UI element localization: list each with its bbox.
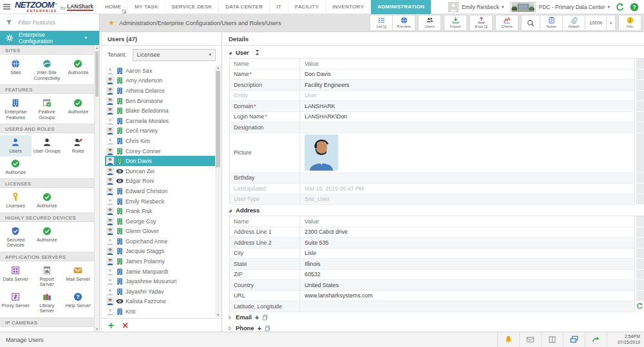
enterprise-configuration-header[interactable]: Enterprise Configuration ▾ xyxy=(0,31,99,45)
user-list-scrollbar[interactable]: ▲ ▼ xyxy=(215,65,221,317)
current-user-name[interactable]: Emily Riesbeck xyxy=(462,4,499,10)
user-row-kriti[interactable]: Kriti xyxy=(105,306,215,317)
field-value[interactable]: Suite 535 xyxy=(300,238,635,249)
user-row-ben-bronstone[interactable]: Ben Bronstone xyxy=(105,96,215,106)
delete-user-button[interactable] xyxy=(122,322,129,329)
field-value[interactable]: Don Davis xyxy=(300,70,635,80)
field-value[interactable]: 60532 xyxy=(300,270,635,281)
user-row-jamie-marquardt[interactable]: Jamie Marquardt xyxy=(105,267,215,277)
notes-button[interactable]: Notes xyxy=(540,15,563,31)
user-row-cecil-harvey[interactable]: Cecil Harvey xyxy=(105,126,215,136)
scroll-up-icon[interactable]: ▲ xyxy=(95,45,99,50)
user-row-edgar-roni[interactable]: Edgar Roni xyxy=(105,176,215,187)
section-header-address[interactable]: Address xyxy=(223,205,644,216)
sidebar-item-proxy-server[interactable]: Proxy Server xyxy=(0,290,32,316)
copy-icon[interactable] xyxy=(265,325,270,332)
charts-button[interactable]: Charts xyxy=(495,15,518,31)
collapse-all-icon[interactable] xyxy=(254,50,260,55)
user-row-gopichand-anne[interactable]: Gopichand Anne xyxy=(105,236,215,247)
tab-facility[interactable]: FACILITY xyxy=(289,0,326,14)
search-button[interactable] xyxy=(521,15,540,31)
user-row-jacquie-staggs[interactable]: Jacquie Staggs xyxy=(105,247,215,257)
user-row-james-polarmy[interactable]: James Polarmy xyxy=(105,256,215,267)
field-value[interactable]: United States xyxy=(300,280,635,291)
zoom-level-button[interactable]: 100% xyxy=(585,15,607,31)
sidebar-item-authorize[interactable]: Authorize xyxy=(62,96,94,122)
user-menu-caret-icon[interactable]: ▾ xyxy=(502,5,504,10)
tab-home[interactable]: HOME xyxy=(99,0,128,14)
field-value[interactable] xyxy=(300,301,635,312)
field-value[interactable]: Lisle xyxy=(300,249,635,259)
sidebar-item-library-server[interactable]: Library Server xyxy=(32,290,63,316)
import-button[interactable]: Import xyxy=(444,15,467,31)
tenant-select[interactable]: Licensee ▾ xyxy=(133,49,216,61)
attach-button[interactable]: Attach xyxy=(562,15,585,31)
users-button[interactable]: Users xyxy=(418,15,441,31)
user-row-chris-kim[interactable]: Chris Kim xyxy=(105,136,215,146)
sidebar-item-secured-devices[interactable]: Secured Devices xyxy=(0,224,32,250)
sync-icon[interactable] xyxy=(616,3,625,12)
sidebar-item-authorize[interactable]: Authorize xyxy=(0,156,32,178)
tab-my-task[interactable]: MY TASK xyxy=(128,0,165,14)
tab-it[interactable]: IT xyxy=(270,0,289,14)
list-button[interactable]: List xyxy=(370,15,393,31)
datacenter-thumbnail[interactable] xyxy=(510,2,536,12)
datacenter-caret-icon[interactable]: ▾ xyxy=(607,5,610,10)
field-value[interactable]: LANSHARK xyxy=(300,101,635,112)
user-row-aaron-sax[interactable]: Aaron Sax xyxy=(105,66,215,76)
field-value[interactable]: www.lansharksystems.com xyxy=(300,291,635,302)
field-value[interactable]: LANSHARK\Don xyxy=(300,112,635,123)
columns-icon[interactable] xyxy=(541,332,563,347)
datacenter-name[interactable]: PDC - Primary Data Center xyxy=(539,4,605,10)
sidebar-item-authorize[interactable]: Authorize xyxy=(32,224,63,250)
user-row-don-davis[interactable]: Don Davis xyxy=(105,156,215,166)
sidebar-scrollbar[interactable]: ▲ ▼ xyxy=(94,45,99,332)
user-row-edward-christon[interactable]: Edward Christon xyxy=(105,186,215,196)
sidebar-item-authorize[interactable]: Authorize xyxy=(32,190,63,211)
sidebar-item-report-server[interactable]: Report Server xyxy=(32,263,63,290)
section-header-user[interactable]: User xyxy=(223,47,644,58)
field-value[interactable] xyxy=(300,122,635,133)
sidebar-item-sites[interactable]: Sites xyxy=(0,57,32,83)
user-row-corey-conner[interactable]: Corey Conner xyxy=(105,146,215,156)
user-row-blake-beledonna[interactable]: Blake Beledonna xyxy=(105,106,215,116)
expo-button[interactable]: Expo xyxy=(469,15,493,31)
scroll-down-icon[interactable]: ▼ xyxy=(215,312,221,317)
filter-features-input[interactable]: Filter Features xyxy=(0,14,99,31)
user-row-frank-fisk[interactable]: Frank Fisk xyxy=(105,206,215,216)
bell-icon[interactable] xyxy=(497,332,519,347)
scroll-down-icon[interactable]: ▼ xyxy=(95,326,99,332)
field-value[interactable]: Illinois xyxy=(300,259,635,270)
redo-icon[interactable] xyxy=(585,332,607,347)
sidebar-item-enterprise-features[interactable]: Enterprise Features xyxy=(0,96,32,122)
user-row-amy-anderson[interactable]: Amy Anderson xyxy=(105,76,215,86)
field-value[interactable] xyxy=(300,133,635,173)
user-row-emily-riesbeck[interactable]: Emily Riesbeck xyxy=(105,196,215,207)
add-phone-icon[interactable]: + xyxy=(257,325,261,332)
user-row-jayashri-yadav[interactable]: Jayashri Yadav xyxy=(105,286,215,297)
tab-data-center[interactable]: DATA CENTER xyxy=(219,0,270,14)
user-avatar[interactable] xyxy=(448,2,459,12)
tab-administration[interactable]: ADMINISTRATION xyxy=(371,0,431,14)
user-row-duncan-zei[interactable]: Duncan Zei xyxy=(105,166,215,176)
sidebar-item-help-server[interactable]: ?Help Server xyxy=(62,290,94,316)
user-row-athena-delaros[interactable]: Athena Delaros xyxy=(105,86,215,96)
tab-inventory[interactable]: INVENTORY xyxy=(326,0,371,14)
section-header-email[interactable]: Email+ xyxy=(223,312,644,323)
field-value[interactable]: Facility Engineers xyxy=(300,80,635,91)
copy-icon[interactable] xyxy=(262,314,268,321)
mail-outline-icon[interactable] xyxy=(519,332,541,347)
chevron-down-icon[interactable]: ▾ xyxy=(84,35,87,41)
sidebar-item-licenses[interactable]: Licenses xyxy=(0,190,32,211)
scroll-up-icon[interactable]: ▲ xyxy=(215,65,221,70)
sidebar-item-mail-server[interactable]: Mail Server xyxy=(62,263,94,290)
zoom-dropdown-button[interactable]: ▾ xyxy=(606,15,616,31)
sidebar-item-inter-site-connectivity[interactable]: Inter-Site Connectivity xyxy=(32,57,63,83)
help-icon[interactable]: ? xyxy=(630,3,639,12)
add-email-icon[interactable]: + xyxy=(255,314,259,321)
geocode-refresh-icon[interactable] xyxy=(636,301,644,312)
favorite-star-icon[interactable]: ★ xyxy=(108,19,115,26)
user-row-jayashree-musunuri[interactable]: Jayashree Musunuri xyxy=(105,276,215,286)
scrollbar-thumb[interactable] xyxy=(95,52,99,97)
sidebar-item-users[interactable]: Users xyxy=(0,135,32,156)
